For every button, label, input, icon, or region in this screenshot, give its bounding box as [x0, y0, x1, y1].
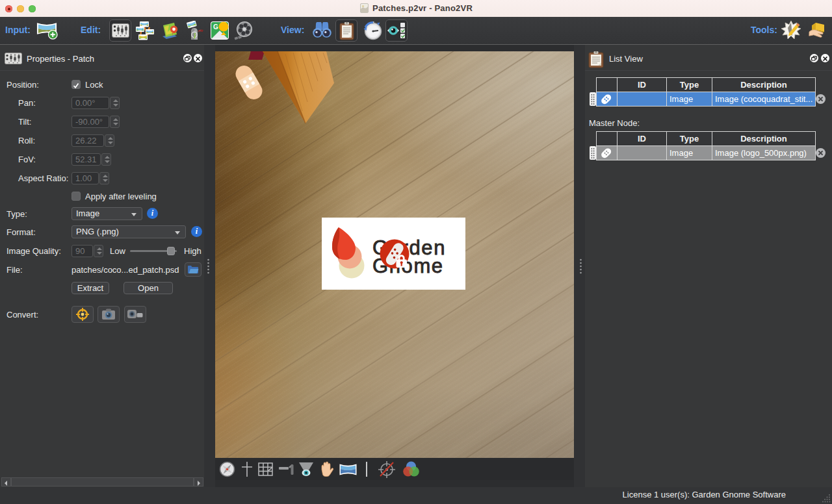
- svg-text:G: G: [213, 23, 218, 31]
